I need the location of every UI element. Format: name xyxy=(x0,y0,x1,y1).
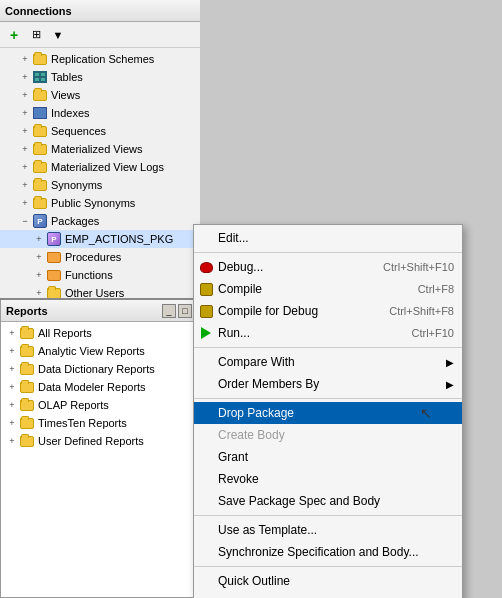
folder-icon-procedures xyxy=(46,249,62,265)
compile-debug-icon xyxy=(198,303,214,319)
expand-matviewlogs[interactable]: + xyxy=(18,160,32,174)
menu-item-drop[interactable]: Drop Package ↖ xyxy=(194,402,462,424)
menu-label-debug: Debug... xyxy=(218,260,363,274)
label-userdefined: User Defined Reports xyxy=(38,435,144,447)
reports-maximize-btn[interactable]: □ xyxy=(178,304,192,318)
menu-item-compile-debug[interactable]: Compile for Debug Ctrl+Shift+F8 xyxy=(194,300,462,322)
menu-label-quickoutline: Quick Outline xyxy=(218,574,454,588)
folder-icon-analytic xyxy=(19,343,35,359)
menu-label-savespec: Save Package Spec and Body xyxy=(218,494,454,508)
expand-packages[interactable]: − xyxy=(18,214,32,228)
expand-btn[interactable]: ⊞ xyxy=(26,25,46,45)
folder-icon-datamodeler xyxy=(19,379,35,395)
expand-views[interactable]: + xyxy=(18,88,32,102)
bug-icon xyxy=(198,259,214,275)
arrow-icon-compare: ▶ xyxy=(446,357,454,368)
folder-icon-sequences xyxy=(32,123,48,139)
tree-item-analytic[interactable]: + Analytic View Reports xyxy=(1,342,197,360)
menu-item-edit[interactable]: Edit... xyxy=(194,227,462,249)
menu-item-run[interactable]: Run... Ctrl+F10 xyxy=(194,322,462,344)
add-connection-btn[interactable]: + xyxy=(4,25,24,45)
folder-icon-matviewlogs xyxy=(32,159,48,175)
folder-icon-otherusers xyxy=(46,285,62,298)
expand-otherusers[interactable]: + xyxy=(32,286,46,298)
tree-item-datamodeler[interactable]: + Data Modeler Reports xyxy=(1,378,197,396)
menu-shortcut-compile: Ctrl+F8 xyxy=(418,283,454,295)
menu-label-template: Use as Template... xyxy=(218,523,454,537)
menu-shortcut-run: Ctrl+F10 xyxy=(412,327,455,339)
expand-olap[interactable]: + xyxy=(5,398,19,412)
expand-replication[interactable]: + xyxy=(18,52,32,66)
label-synonyms: Synonyms xyxy=(51,179,102,191)
arrow-icon-order: ▶ xyxy=(446,379,454,390)
menu-item-compare[interactable]: Compare With ▶ xyxy=(194,351,462,373)
label-allreports: All Reports xyxy=(38,327,92,339)
expand-allreports[interactable]: + xyxy=(5,326,19,340)
folder-icon-datadict xyxy=(19,361,35,377)
expand-indexes[interactable]: + xyxy=(18,106,32,120)
menu-item-createbody: Create Body xyxy=(194,424,462,446)
filter-btn[interactable]: ▼ xyxy=(48,25,68,45)
menu-label-edit: Edit... xyxy=(218,231,454,245)
folder-icon-views xyxy=(32,87,48,103)
menu-label-createbody: Create Body xyxy=(218,428,454,442)
expand-functions[interactable]: + xyxy=(32,268,46,282)
connections-title: Connections xyxy=(5,5,72,17)
expand-userdefined[interactable]: + xyxy=(5,434,19,448)
menu-label-grant: Grant xyxy=(218,450,454,464)
menu-item-quickoutline[interactable]: Quick Outline xyxy=(194,570,462,592)
menu-label-drop: Drop Package xyxy=(218,406,454,420)
label-datamodeler: Data Modeler Reports xyxy=(38,381,146,393)
menu-label-compare: Compare With xyxy=(218,355,442,369)
menu-item-quickddl[interactable]: Quick DDL ▶ xyxy=(194,592,462,598)
label-replication: Replication Schemes xyxy=(51,53,154,65)
label-pubsynonyms: Public Synonyms xyxy=(51,197,135,209)
menu-item-revoke[interactable]: Revoke xyxy=(194,468,462,490)
tree-item-allreports[interactable]: + All Reports xyxy=(1,324,197,342)
menu-item-sync[interactable]: Synchronize Specification and Body... xyxy=(194,541,462,563)
table-icon-tables xyxy=(32,69,48,85)
label-functions: Functions xyxy=(65,269,113,281)
package-icon-packages: P xyxy=(32,213,48,229)
expand-tables[interactable]: + xyxy=(18,70,32,84)
label-tables: Tables xyxy=(51,71,83,83)
expand-datadict[interactable]: + xyxy=(5,362,19,376)
run-icon xyxy=(198,325,214,341)
tree-item-userdefined[interactable]: + User Defined Reports xyxy=(1,432,197,450)
menu-item-compile[interactable]: Compile Ctrl+F8 xyxy=(194,278,462,300)
label-datadict: Data Dictionary Reports xyxy=(38,363,155,375)
expand-synonyms[interactable]: + xyxy=(18,178,32,192)
label-views: Views xyxy=(51,89,80,101)
reports-minimize-btn[interactable]: _ xyxy=(162,304,176,318)
label-otherusers: Other Users xyxy=(65,287,124,298)
label-packages: Packages xyxy=(51,215,99,227)
expand-pubsynonyms[interactable]: + xyxy=(18,196,32,210)
expand-matviews[interactable]: + xyxy=(18,142,32,156)
label-emp-pkg: EMP_ACTIONS_PKG xyxy=(65,233,173,245)
menu-shortcut-compile-debug: Ctrl+Shift+F8 xyxy=(389,305,454,317)
folder-icon-olap xyxy=(19,397,35,413)
expand-procedures[interactable]: + xyxy=(32,250,46,264)
main-window: Connections _ □ + ⊞ ▼ + Replication Sche… xyxy=(0,0,502,598)
menu-item-order[interactable]: Order Members By ▶ xyxy=(194,373,462,395)
menu-item-grant[interactable]: Grant xyxy=(194,446,462,468)
expand-analytic[interactable]: + xyxy=(5,344,19,358)
menu-item-savespec[interactable]: Save Package Spec and Body xyxy=(194,490,462,512)
expand-datamodeler[interactable]: + xyxy=(5,380,19,394)
menu-item-debug[interactable]: Debug... Ctrl+Shift+F10 xyxy=(194,256,462,278)
reports-panel-controls: _ □ xyxy=(162,304,192,318)
label-indexes: Indexes xyxy=(51,107,90,119)
label-procedures: Procedures xyxy=(65,251,121,263)
menu-separator-2 xyxy=(194,347,462,348)
expand-emp-pkg[interactable]: + xyxy=(32,232,46,246)
tree-item-olap[interactable]: + OLAP Reports xyxy=(1,396,197,414)
tree-item-datadict[interactable]: + Data Dictionary Reports xyxy=(1,360,197,378)
tree-item-timesten[interactable]: + TimesTen Reports xyxy=(1,414,197,432)
expand-sequences[interactable]: + xyxy=(18,124,32,138)
menu-item-template[interactable]: Use as Template... xyxy=(194,519,462,541)
menu-separator-4 xyxy=(194,515,462,516)
expand-timesten[interactable]: + xyxy=(5,416,19,430)
reports-panel: Reports _ □ + All Reports + Analytic Vie… xyxy=(0,300,198,598)
menu-shortcut-debug: Ctrl+Shift+F10 xyxy=(383,261,454,273)
cursor-arrow: ↖ xyxy=(420,405,432,421)
